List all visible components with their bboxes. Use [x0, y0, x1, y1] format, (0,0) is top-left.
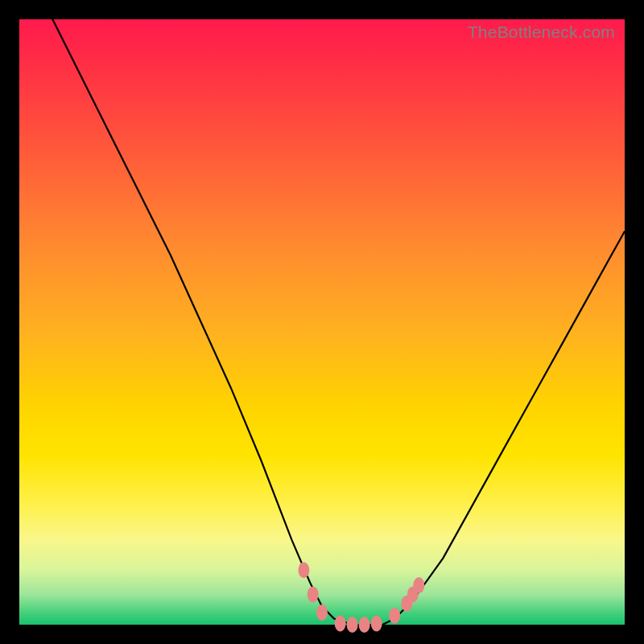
bottleneck-curve: [19, 0, 625, 625]
curve-marker: [335, 616, 346, 632]
curve-marker: [389, 608, 400, 624]
curve-markers: [298, 562, 424, 633]
curve-marker: [308, 586, 319, 602]
curve-marker: [298, 562, 309, 578]
curve-marker: [413, 577, 424, 593]
curve-layer: [19, 19, 625, 625]
chart-frame: TheBottleneck.com: [0, 0, 644, 644]
curve-marker: [316, 605, 328, 621]
plot-area: TheBottleneck.com: [19, 19, 625, 625]
curve-marker: [359, 617, 370, 633]
curve-marker: [347, 617, 358, 633]
curve-marker: [371, 616, 382, 632]
